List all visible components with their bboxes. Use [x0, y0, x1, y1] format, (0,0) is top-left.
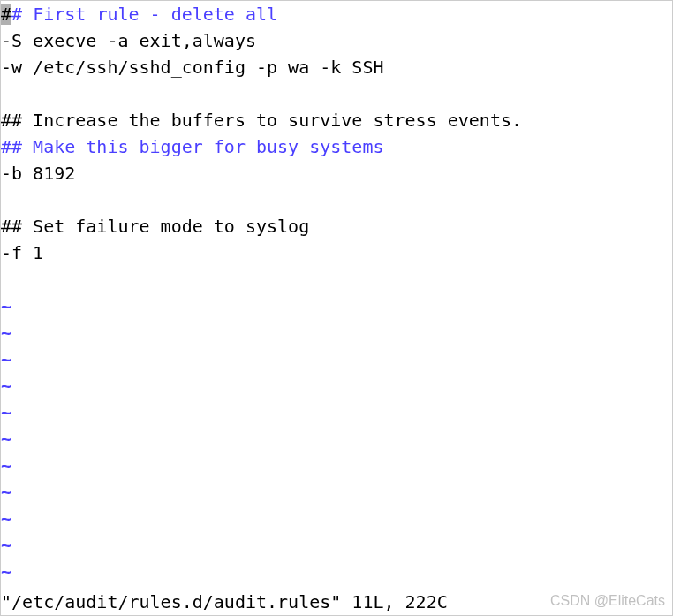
tilde-line: ~	[1, 319, 672, 346]
text-segment	[1, 83, 11, 104]
editor-line[interactable]: -S execve -a exit,always	[1, 27, 672, 54]
status-line: "/etc/audit/rules.d/audit.rules" 11L, 22…	[1, 589, 672, 615]
tilde-line: ~	[1, 531, 672, 558]
text-segment: #	[1, 4, 11, 25]
tilde-line: ~	[1, 425, 672, 452]
editor-line[interactable]	[1, 186, 672, 213]
tilde-line: ~	[1, 558, 672, 584]
text-segment: ## Make this bigger for busy systems	[1, 136, 383, 157]
text-segment: -f 1	[1, 242, 43, 263]
editor-line[interactable]	[1, 80, 672, 107]
text-segment: -b 8192	[1, 163, 75, 184]
tilde-line: ~	[1, 372, 672, 399]
text-segment: # First rule - delete all	[11, 4, 277, 25]
text-segment: -S execve -a exit,always	[1, 30, 256, 51]
editor-line[interactable]: ## Make this bigger for busy systems	[1, 133, 672, 160]
tilde-line: ~	[1, 346, 672, 372]
editor-line[interactable]: -b 8192	[1, 160, 672, 186]
tilde-line: ~	[1, 399, 672, 425]
editor-line[interactable]: -f 1	[1, 240, 672, 266]
text-segment: ## Set failure mode to syslog	[1, 216, 309, 237]
editor-line[interactable]: ## First rule - delete all	[1, 1, 672, 27]
editor-line[interactable]: -w /etc/ssh/sshd_config -p wa -k SSH	[1, 54, 672, 80]
tilde-line: ~	[1, 293, 672, 319]
text-segment	[1, 189, 11, 210]
tilde-line: ~	[1, 505, 672, 531]
editor-line[interactable]: ## Increase the buffers to survive stres…	[1, 107, 672, 133]
tilde-line: ~	[1, 478, 672, 505]
editor-area[interactable]: ## First rule - delete all-S execve -a e…	[1, 1, 672, 589]
text-segment: ## Increase the buffers to survive stres…	[1, 110, 522, 131]
editor-line[interactable]: ## Set failure mode to syslog	[1, 213, 672, 240]
editor-line	[1, 266, 672, 293]
tilde-line: ~	[1, 452, 672, 478]
text-segment: -w /etc/ssh/sshd_config -p wa -k SSH	[1, 57, 383, 78]
